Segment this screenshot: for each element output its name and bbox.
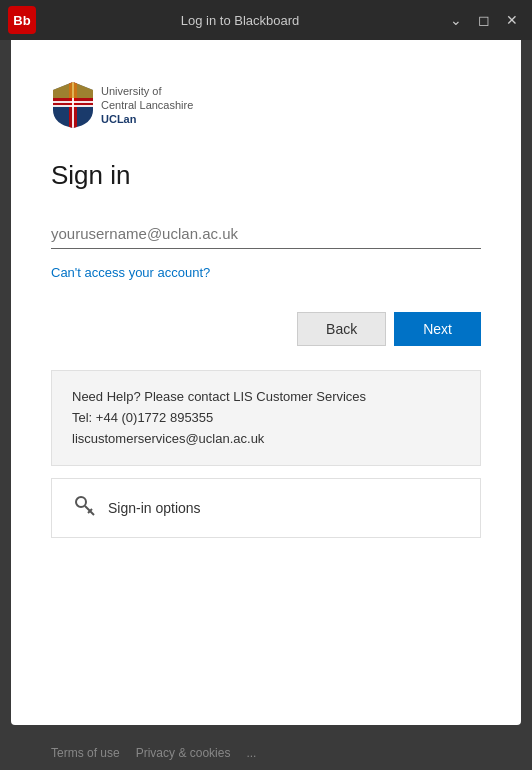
content-area: University of Central Lancashire UCLan S… — [11, 40, 521, 725]
cant-access-link[interactable]: Can't access your account? — [51, 265, 481, 280]
footer: Terms of use Privacy & cookies ... — [11, 736, 521, 770]
titlebar-title: Log in to Blackboard — [36, 13, 444, 28]
email-input-group — [51, 219, 481, 249]
uclan-shield-icon — [51, 80, 95, 130]
signin-options-label: Sign-in options — [108, 500, 201, 516]
key-icon — [72, 493, 96, 523]
more-options-button[interactable]: ... — [246, 746, 256, 760]
help-line3: liscustomerservices@uclan.ac.uk — [72, 429, 460, 450]
university-logo-area: University of Central Lancashire UCLan — [51, 80, 481, 130]
university-name-text: University of Central Lancashire UCLan — [101, 84, 193, 127]
help-box: Need Help? Please contact LIS Customer S… — [51, 370, 481, 466]
svg-line-7 — [90, 509, 92, 511]
back-button[interactable]: Back — [297, 312, 386, 346]
privacy-cookies-link[interactable]: Privacy & cookies — [136, 746, 231, 760]
svg-point-5 — [76, 497, 86, 507]
close-button[interactable]: ✕ — [500, 8, 524, 32]
window-controls: ⌄ ◻ ✕ — [444, 8, 524, 32]
uclan-logo: University of Central Lancashire UCLan — [51, 80, 481, 130]
signin-title: Sign in — [51, 160, 481, 191]
titlebar: Bb Log in to Blackboard ⌄ ◻ ✕ — [0, 0, 532, 40]
minimize-button[interactable]: ⌄ — [444, 8, 468, 32]
email-input[interactable] — [51, 219, 481, 249]
app-logo: Bb — [8, 6, 36, 34]
signin-options-button[interactable]: Sign-in options — [51, 478, 481, 538]
main-window: University of Central Lancashire UCLan S… — [11, 40, 521, 725]
restore-button[interactable]: ◻ — [472, 8, 496, 32]
help-line1: Need Help? Please contact LIS Customer S… — [72, 387, 460, 408]
svg-line-8 — [88, 511, 90, 513]
buttons-row: Back Next — [51, 312, 481, 346]
next-button[interactable]: Next — [394, 312, 481, 346]
terms-of-use-link[interactable]: Terms of use — [51, 746, 120, 760]
help-line2: Tel: +44 (0)1772 895355 — [72, 408, 460, 429]
